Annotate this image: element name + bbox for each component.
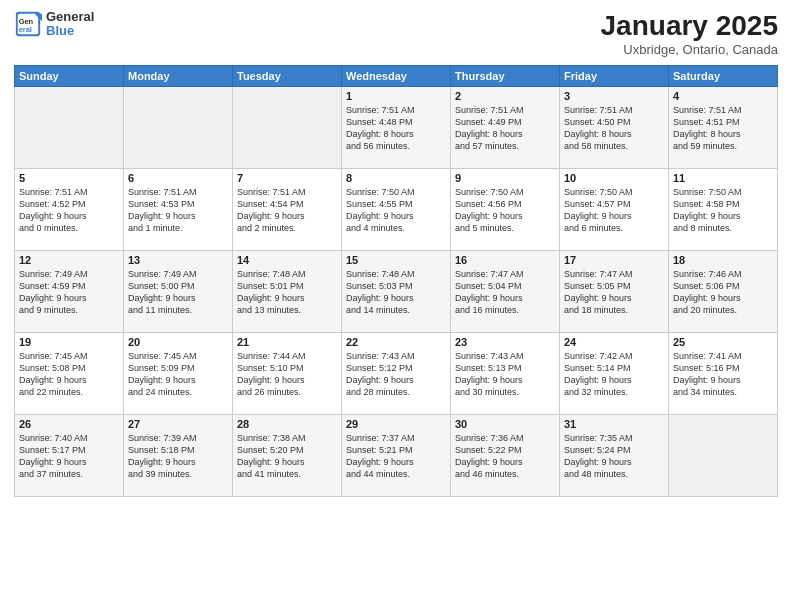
calendar-cell: 20Sunrise: 7:45 AM Sunset: 5:09 PM Dayli… bbox=[124, 333, 233, 415]
calendar-cell: 11Sunrise: 7:50 AM Sunset: 4:58 PM Dayli… bbox=[669, 169, 778, 251]
calendar-cell: 30Sunrise: 7:36 AM Sunset: 5:22 PM Dayli… bbox=[451, 415, 560, 497]
calendar-cell: 4Sunrise: 7:51 AM Sunset: 4:51 PM Daylig… bbox=[669, 87, 778, 169]
day-header-saturday: Saturday bbox=[669, 66, 778, 87]
title-block: January 2025 Uxbridge, Ontario, Canada bbox=[601, 10, 778, 57]
logo-line2: Blue bbox=[46, 24, 94, 38]
day-info: Sunrise: 7:50 AM Sunset: 4:57 PM Dayligh… bbox=[564, 186, 664, 235]
day-number: 12 bbox=[19, 254, 119, 266]
page-container: Gen eral General Blue January 2025 Uxbri… bbox=[0, 0, 792, 612]
day-number: 7 bbox=[237, 172, 337, 184]
day-number: 27 bbox=[128, 418, 228, 430]
day-info: Sunrise: 7:48 AM Sunset: 5:03 PM Dayligh… bbox=[346, 268, 446, 317]
day-header-monday: Monday bbox=[124, 66, 233, 87]
week-row-5: 26Sunrise: 7:40 AM Sunset: 5:17 PM Dayli… bbox=[15, 415, 778, 497]
day-info: Sunrise: 7:50 AM Sunset: 4:55 PM Dayligh… bbox=[346, 186, 446, 235]
day-number: 1 bbox=[346, 90, 446, 102]
day-number: 10 bbox=[564, 172, 664, 184]
logo-line1: General bbox=[46, 10, 94, 24]
calendar-cell: 19Sunrise: 7:45 AM Sunset: 5:08 PM Dayli… bbox=[15, 333, 124, 415]
day-number: 18 bbox=[673, 254, 773, 266]
calendar-cell: 16Sunrise: 7:47 AM Sunset: 5:04 PM Dayli… bbox=[451, 251, 560, 333]
day-info: Sunrise: 7:36 AM Sunset: 5:22 PM Dayligh… bbox=[455, 432, 555, 481]
day-info: Sunrise: 7:49 AM Sunset: 5:00 PM Dayligh… bbox=[128, 268, 228, 317]
logo: Gen eral General Blue bbox=[14, 10, 94, 39]
calendar-cell: 12Sunrise: 7:49 AM Sunset: 4:59 PM Dayli… bbox=[15, 251, 124, 333]
week-row-3: 12Sunrise: 7:49 AM Sunset: 4:59 PM Dayli… bbox=[15, 251, 778, 333]
calendar-cell: 24Sunrise: 7:42 AM Sunset: 5:14 PM Dayli… bbox=[560, 333, 669, 415]
calendar-cell: 27Sunrise: 7:39 AM Sunset: 5:18 PM Dayli… bbox=[124, 415, 233, 497]
calendar-cell bbox=[124, 87, 233, 169]
logo-text: General Blue bbox=[46, 10, 94, 39]
calendar-table: SundayMondayTuesdayWednesdayThursdayFrid… bbox=[14, 65, 778, 497]
day-info: Sunrise: 7:51 AM Sunset: 4:53 PM Dayligh… bbox=[128, 186, 228, 235]
calendar-cell: 21Sunrise: 7:44 AM Sunset: 5:10 PM Dayli… bbox=[233, 333, 342, 415]
calendar-cell: 1Sunrise: 7:51 AM Sunset: 4:48 PM Daylig… bbox=[342, 87, 451, 169]
day-info: Sunrise: 7:51 AM Sunset: 4:50 PM Dayligh… bbox=[564, 104, 664, 153]
day-info: Sunrise: 7:40 AM Sunset: 5:17 PM Dayligh… bbox=[19, 432, 119, 481]
location-subtitle: Uxbridge, Ontario, Canada bbox=[601, 42, 778, 57]
day-info: Sunrise: 7:44 AM Sunset: 5:10 PM Dayligh… bbox=[237, 350, 337, 399]
calendar-cell bbox=[233, 87, 342, 169]
day-number: 21 bbox=[237, 336, 337, 348]
day-info: Sunrise: 7:37 AM Sunset: 5:21 PM Dayligh… bbox=[346, 432, 446, 481]
day-number: 24 bbox=[564, 336, 664, 348]
day-info: Sunrise: 7:48 AM Sunset: 5:01 PM Dayligh… bbox=[237, 268, 337, 317]
day-info: Sunrise: 7:46 AM Sunset: 5:06 PM Dayligh… bbox=[673, 268, 773, 317]
calendar-cell: 22Sunrise: 7:43 AM Sunset: 5:12 PM Dayli… bbox=[342, 333, 451, 415]
day-number: 3 bbox=[564, 90, 664, 102]
day-info: Sunrise: 7:51 AM Sunset: 4:52 PM Dayligh… bbox=[19, 186, 119, 235]
day-info: Sunrise: 7:45 AM Sunset: 5:08 PM Dayligh… bbox=[19, 350, 119, 399]
day-info: Sunrise: 7:43 AM Sunset: 5:12 PM Dayligh… bbox=[346, 350, 446, 399]
day-info: Sunrise: 7:47 AM Sunset: 5:05 PM Dayligh… bbox=[564, 268, 664, 317]
calendar-cell: 3Sunrise: 7:51 AM Sunset: 4:50 PM Daylig… bbox=[560, 87, 669, 169]
day-number: 16 bbox=[455, 254, 555, 266]
day-number: 26 bbox=[19, 418, 119, 430]
day-info: Sunrise: 7:50 AM Sunset: 4:56 PM Dayligh… bbox=[455, 186, 555, 235]
calendar-cell: 14Sunrise: 7:48 AM Sunset: 5:01 PM Dayli… bbox=[233, 251, 342, 333]
day-number: 6 bbox=[128, 172, 228, 184]
day-info: Sunrise: 7:51 AM Sunset: 4:54 PM Dayligh… bbox=[237, 186, 337, 235]
logo-icon: Gen eral bbox=[14, 10, 42, 38]
day-info: Sunrise: 7:51 AM Sunset: 4:49 PM Dayligh… bbox=[455, 104, 555, 153]
day-number: 4 bbox=[673, 90, 773, 102]
day-header-wednesday: Wednesday bbox=[342, 66, 451, 87]
calendar-cell: 8Sunrise: 7:50 AM Sunset: 4:55 PM Daylig… bbox=[342, 169, 451, 251]
svg-text:eral: eral bbox=[19, 26, 32, 35]
day-number: 2 bbox=[455, 90, 555, 102]
calendar-cell: 18Sunrise: 7:46 AM Sunset: 5:06 PM Dayli… bbox=[669, 251, 778, 333]
day-number: 19 bbox=[19, 336, 119, 348]
calendar-cell bbox=[669, 415, 778, 497]
day-info: Sunrise: 7:39 AM Sunset: 5:18 PM Dayligh… bbox=[128, 432, 228, 481]
day-number: 20 bbox=[128, 336, 228, 348]
calendar-cell: 9Sunrise: 7:50 AM Sunset: 4:56 PM Daylig… bbox=[451, 169, 560, 251]
week-row-4: 19Sunrise: 7:45 AM Sunset: 5:08 PM Dayli… bbox=[15, 333, 778, 415]
calendar-cell: 28Sunrise: 7:38 AM Sunset: 5:20 PM Dayli… bbox=[233, 415, 342, 497]
day-number: 30 bbox=[455, 418, 555, 430]
day-number: 5 bbox=[19, 172, 119, 184]
day-info: Sunrise: 7:47 AM Sunset: 5:04 PM Dayligh… bbox=[455, 268, 555, 317]
day-number: 11 bbox=[673, 172, 773, 184]
day-info: Sunrise: 7:35 AM Sunset: 5:24 PM Dayligh… bbox=[564, 432, 664, 481]
header-row: SundayMondayTuesdayWednesdayThursdayFrid… bbox=[15, 66, 778, 87]
calendar-cell: 7Sunrise: 7:51 AM Sunset: 4:54 PM Daylig… bbox=[233, 169, 342, 251]
day-number: 22 bbox=[346, 336, 446, 348]
day-info: Sunrise: 7:51 AM Sunset: 4:51 PM Dayligh… bbox=[673, 104, 773, 153]
week-row-1: 1Sunrise: 7:51 AM Sunset: 4:48 PM Daylig… bbox=[15, 87, 778, 169]
day-number: 17 bbox=[564, 254, 664, 266]
day-number: 25 bbox=[673, 336, 773, 348]
week-row-2: 5Sunrise: 7:51 AM Sunset: 4:52 PM Daylig… bbox=[15, 169, 778, 251]
calendar-cell: 26Sunrise: 7:40 AM Sunset: 5:17 PM Dayli… bbox=[15, 415, 124, 497]
calendar-cell: 10Sunrise: 7:50 AM Sunset: 4:57 PM Dayli… bbox=[560, 169, 669, 251]
calendar-cell: 15Sunrise: 7:48 AM Sunset: 5:03 PM Dayli… bbox=[342, 251, 451, 333]
day-header-friday: Friday bbox=[560, 66, 669, 87]
calendar-cell: 29Sunrise: 7:37 AM Sunset: 5:21 PM Dayli… bbox=[342, 415, 451, 497]
calendar-cell bbox=[15, 87, 124, 169]
calendar-cell: 2Sunrise: 7:51 AM Sunset: 4:49 PM Daylig… bbox=[451, 87, 560, 169]
calendar-cell: 5Sunrise: 7:51 AM Sunset: 4:52 PM Daylig… bbox=[15, 169, 124, 251]
day-info: Sunrise: 7:41 AM Sunset: 5:16 PM Dayligh… bbox=[673, 350, 773, 399]
day-number: 14 bbox=[237, 254, 337, 266]
calendar-cell: 17Sunrise: 7:47 AM Sunset: 5:05 PM Dayli… bbox=[560, 251, 669, 333]
day-header-sunday: Sunday bbox=[15, 66, 124, 87]
day-number: 9 bbox=[455, 172, 555, 184]
day-header-tuesday: Tuesday bbox=[233, 66, 342, 87]
